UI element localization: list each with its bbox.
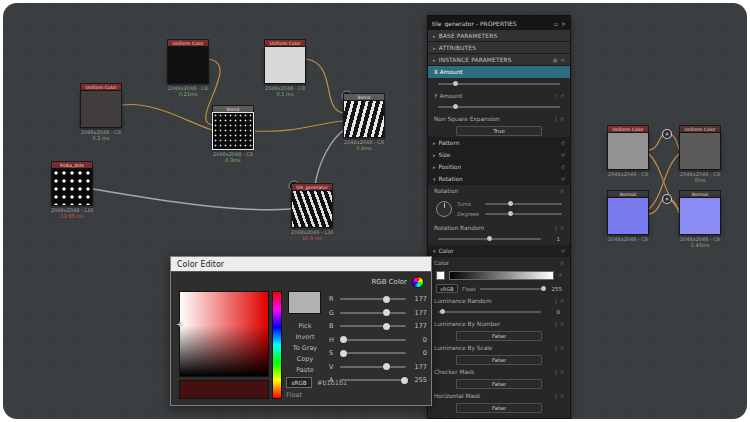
reset-icon[interactable]: ↺: [560, 188, 564, 194]
fx-icon[interactable]: ƒ: [555, 321, 557, 327]
slider-knob[interactable]: [383, 363, 390, 370]
slider-track[interactable]: [438, 83, 560, 85]
slider-track[interactable]: [480, 288, 544, 290]
hue-strip[interactable]: [272, 291, 282, 399]
slider-knob[interactable]: [453, 104, 458, 109]
slider-knob[interactable]: [383, 296, 390, 303]
slider-track[interactable]: [438, 106, 560, 108]
grayscale-ramp[interactable]: [449, 271, 554, 280]
slider-knob[interactable]: [508, 201, 513, 206]
slider-knob[interactable]: [541, 286, 546, 291]
float-label[interactable]: Float: [462, 286, 476, 292]
paste-button[interactable]: Paste: [286, 365, 324, 375]
dock-icon[interactable]: ▫: [554, 20, 558, 27]
param-y-amount[interactable]: Y Amount ƒ↺: [428, 90, 570, 101]
reset-icon[interactable]: ↺: [561, 248, 565, 254]
fx-icon[interactable]: ƒ: [555, 345, 557, 351]
color-wheel-icon[interactable]: [412, 276, 424, 288]
reset-icon[interactable]: ↺: [558, 272, 562, 278]
node-thumbnail[interactable]: [607, 197, 649, 235]
node-thumbnail[interactable]: [291, 190, 333, 228]
luminance-by-number-toggle[interactable]: False: [456, 331, 542, 341]
slider-track[interactable]: [340, 325, 406, 327]
slider-alpha[interactable]: A 255: [329, 376, 427, 384]
color-editor-titlebar[interactable]: Color Editor: [171, 257, 431, 272]
slider-track[interactable]: [438, 238, 541, 240]
node-thumbnail[interactable]: [51, 168, 93, 206]
luminance-random-slider[interactable]: 0: [428, 306, 570, 318]
slider-track[interactable]: [340, 379, 406, 381]
rotation-degrees-row[interactable]: Degrees: [457, 211, 562, 217]
slider-track[interactable]: [438, 311, 541, 313]
slider-track[interactable]: [340, 298, 406, 300]
section-instance-parameters[interactable]: ▸ INSTANCE PARAMETERS ▦ ≡: [428, 54, 570, 66]
slider-red[interactable]: R 177: [329, 295, 427, 303]
slider-track[interactable]: [340, 339, 406, 341]
fx-icon[interactable]: ƒ: [555, 93, 557, 99]
fx-icon[interactable]: ƒ: [555, 417, 557, 420]
slider-knob[interactable]: [487, 236, 492, 241]
reset-icon[interactable]: ↺: [561, 152, 565, 158]
rotation-random-slider[interactable]: 1: [428, 233, 570, 245]
reset-icon[interactable]: ↺: [560, 321, 564, 327]
fx-icon[interactable]: ƒ: [555, 393, 557, 399]
reset-icon[interactable]: ↺: [560, 93, 564, 99]
slider-track[interactable]: [340, 312, 406, 314]
node-uniform-color-5[interactable]: Uniform Color 2048x2048 - C8 0ms: [679, 125, 721, 183]
reset-icon[interactable]: ↺: [560, 298, 564, 304]
properties-titlebar[interactable]: tile_generator - PROPERTIES ▫ ×: [428, 16, 570, 30]
section-pattern[interactable]: ▸ Pattern ↺: [428, 137, 570, 149]
invert-button[interactable]: Invert: [286, 332, 324, 342]
node-thumbnail[interactable]: [167, 46, 209, 84]
grid-icon[interactable]: ▦: [553, 57, 558, 63]
x-amount-slider[interactable]: [428, 78, 570, 90]
section-base-parameters[interactable]: ▸ BASE PARAMETERS: [428, 30, 570, 42]
slider-track[interactable]: [340, 352, 406, 354]
node-uniform-color-4[interactable]: Uniform Color 2048x2048 - C8: [607, 125, 649, 177]
node-thumbnail[interactable]: [212, 112, 254, 150]
reset-icon[interactable]: ↺: [561, 176, 565, 182]
reset-icon[interactable]: ↺: [560, 369, 564, 375]
slider-green[interactable]: G 177: [329, 309, 427, 317]
slider-knob[interactable]: [440, 309, 445, 314]
slider-knob[interactable]: [340, 350, 347, 357]
float-toggle[interactable]: Float: [286, 391, 302, 399]
menu-icon[interactable]: ≡: [561, 57, 565, 63]
to-gray-button[interactable]: To Gray: [286, 343, 324, 353]
rotation-dial[interactable]: [436, 201, 452, 217]
slider-blue[interactable]: B 177: [329, 322, 427, 330]
node-uniform-color-2[interactable]: Uniform Color 2048x2048 - C8 0.1 ms: [264, 39, 306, 97]
reset-icon[interactable]: ↺: [560, 417, 564, 420]
section-color[interactable]: ▾ Color ↺: [428, 245, 570, 257]
node-graph-canvas[interactable]: ƒ Uniform Color 2048x2048 - C8 0.21ms Un…: [3, 3, 747, 419]
reset-icon[interactable]: ↺: [560, 116, 564, 122]
section-position[interactable]: ▸ Position ↺: [428, 161, 570, 173]
pick-button[interactable]: Pick: [286, 321, 324, 331]
fx-icon[interactable]: ƒ: [555, 369, 557, 375]
picker-crosshair[interactable]: +: [176, 320, 184, 329]
srgb-button[interactable]: sRGB: [436, 284, 458, 293]
slider-saturation[interactable]: S 0: [329, 349, 427, 357]
node-thumbnail[interactable]: [607, 132, 649, 170]
color-swatch[interactable]: [436, 271, 445, 280]
param-x-amount[interactable]: X Amount ƒ↺: [428, 66, 570, 78]
node-thumbnail[interactable]: [80, 90, 122, 128]
node-polka-dots[interactable]: Polka_dots 2048x2048 - L16 13.95 ms: [51, 161, 93, 219]
node-uniform-color-1[interactable]: Uniform Color 2048x2048 - C8 0.21ms: [167, 39, 209, 97]
fx-icon[interactable]: ƒ: [555, 69, 557, 75]
close-icon[interactable]: ×: [561, 20, 566, 27]
non-square-expansion-toggle[interactable]: True: [456, 126, 542, 136]
slider-knob[interactable]: [453, 81, 458, 86]
slider-knob[interactable]: [401, 377, 408, 384]
node-uniform-color-3[interactable]: Uniform Color 2048x2048 - C8 0.2 ms: [80, 83, 122, 141]
checker-mask-toggle[interactable]: False: [456, 379, 542, 389]
reset-icon[interactable]: ↺: [560, 260, 564, 266]
node-blend-1[interactable]: Blend 2048x2048 - C8 0.3ms: [212, 105, 254, 163]
slider-knob[interactable]: [508, 211, 513, 216]
reset-icon[interactable]: ↺: [560, 69, 564, 75]
slider-knob[interactable]: [340, 336, 347, 343]
node-normal-2[interactable]: Normal 2048x2048 - C8 1.45ms: [679, 190, 721, 248]
reset-icon[interactable]: ↺: [561, 140, 565, 146]
slider-track[interactable]: [485, 203, 562, 205]
horizontal-mask-toggle[interactable]: False: [456, 403, 542, 413]
